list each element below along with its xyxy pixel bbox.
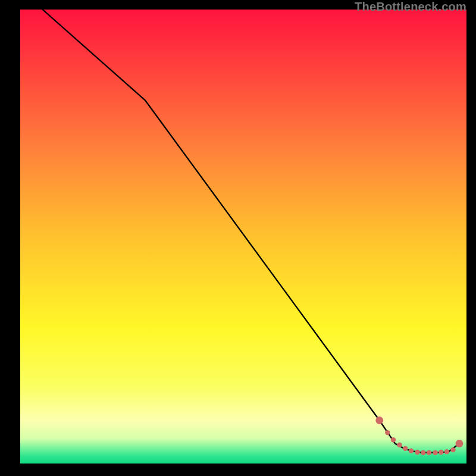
chart-background [20,10,466,464]
chart-marker [397,443,402,447]
chart-svg [20,10,466,464]
chart-marker [403,446,408,451]
chart-marker [450,447,455,452]
chart-marker [456,440,464,447]
chart-marker [444,449,449,454]
chart-marker [415,450,419,455]
chart-marker [391,437,396,442]
chart-marker [427,450,431,455]
chart-marker [421,450,425,455]
chart-marker [433,450,437,455]
chart-marker [409,448,414,453]
chart-plot-area [20,10,466,464]
chart-marker [385,430,390,435]
chart-marker [375,416,383,424]
stage: TheBottleneck.com [0,0,476,476]
chart-marker [439,450,443,455]
watermark-text: TheBottleneck.com [355,0,466,14]
